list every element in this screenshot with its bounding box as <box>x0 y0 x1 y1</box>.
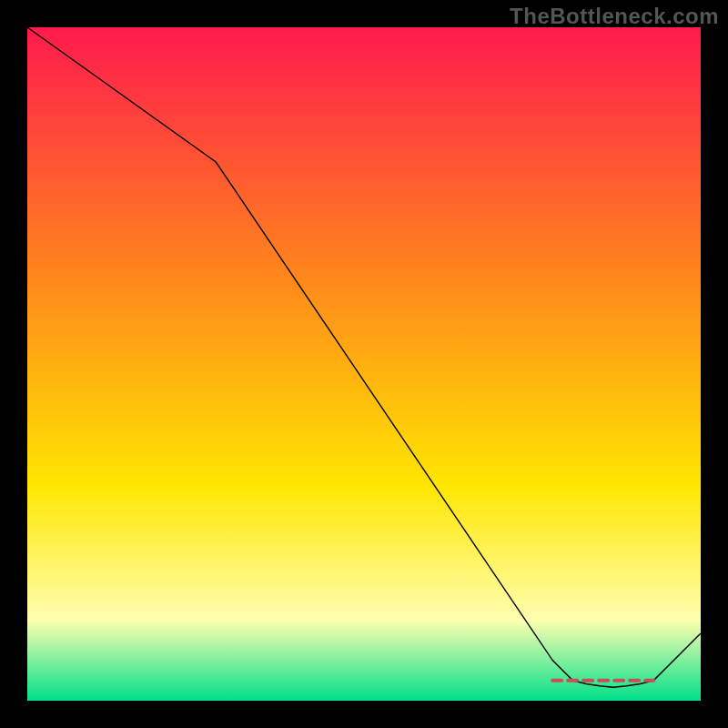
chart-frame: TheBottleneck.com <box>0 0 728 728</box>
plot-area <box>27 27 701 701</box>
plot-svg <box>27 27 701 701</box>
watermark-text: TheBottleneck.com <box>510 4 719 29</box>
gradient-background <box>27 27 701 701</box>
